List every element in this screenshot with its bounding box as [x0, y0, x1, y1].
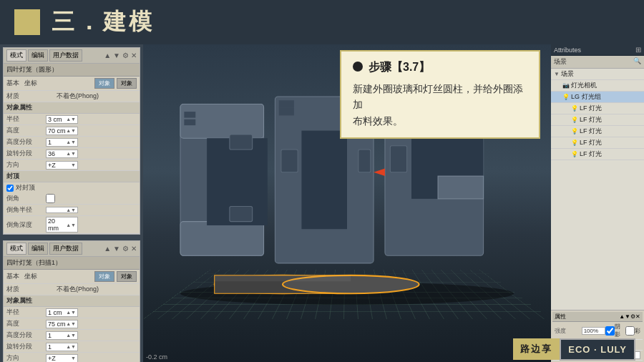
radius-value-2[interactable]: 1 cm ▲▼ — [46, 308, 78, 317]
base-label-2: 基本 — [6, 272, 19, 281]
tree-item-icon-4: 💡 — [571, 117, 578, 123]
header-icon — [14, 9, 40, 35]
tab-edit-2[interactable]: 编辑 — [28, 243, 48, 255]
rp-val-1[interactable]: 100% — [582, 327, 605, 335]
material-value: 不着色(Phong) — [57, 92, 99, 101]
section-caps: 封顶 — [4, 171, 140, 182]
move-up-icon-2[interactable]: ▲ — [104, 245, 111, 253]
search-icon[interactable]: 🔍 — [633, 57, 641, 67]
dir-value-2[interactable]: +Z ▼ — [46, 354, 78, 363]
section-object: 对象属性 — [4, 102, 140, 114]
prop-tabs-2: 模式 编辑 用户数据 — [6, 243, 82, 255]
tree-item-6[interactable]: 💡 LF 灯光 — [551, 137, 644, 149]
tree-item-3[interactable]: 💡 LF 灯光 — [551, 103, 644, 114]
tree-item-5[interactable]: 💡 LF 灯光 — [551, 126, 644, 137]
material-label: 材质 — [6, 92, 57, 101]
rseg-value-2[interactable]: 1 ▲▼ — [46, 343, 78, 351]
coord-display: -0.2 cm — [146, 353, 167, 361]
info-bullet: 步骤【3.7】 — [353, 60, 527, 75]
gear-icon-2[interactable]: ⚙ — [122, 245, 129, 253]
move-up-icon[interactable]: ▲ — [104, 52, 111, 59]
prop-object-name: 四叶灯笼（圆形） — [4, 64, 140, 77]
svg-rect-17 — [438, 176, 484, 199]
header: 三．建模 — [0, 0, 644, 44]
close-icon-2[interactable]: ✕ — [131, 245, 137, 253]
height-label-2: 高度 — [6, 319, 46, 328]
svg-marker-21 — [374, 169, 385, 177]
bevel-r-label: 倒角半径 — [6, 205, 46, 215]
tree-item-7[interactable]: 💡 LF 灯光 — [551, 149, 644, 160]
radius-label: 半径 — [6, 114, 46, 124]
svg-rect-20 — [390, 146, 406, 172]
move-down-icon-2[interactable]: ▼ — [113, 245, 120, 253]
dir-value[interactable]: +Z ▼ — [46, 161, 78, 170]
gear-icon[interactable]: ⚙ — [122, 52, 129, 59]
base-label: 基本 — [6, 79, 19, 88]
hseg-value-2[interactable]: 1 ▲▼ — [46, 331, 78, 340]
tree-item-icon-5: 💡 — [571, 128, 578, 134]
bevel-d-label: 倒角深度 — [6, 220, 46, 230]
bevel-row: 倒角 — [4, 193, 140, 205]
tree-item-4[interactable]: 💡 LF 灯光 — [551, 114, 644, 126]
radius-value[interactable]: 3 cm ▲▼ — [46, 115, 78, 124]
page-title: 三．建模 — [52, 6, 155, 38]
mode-btn-object[interactable]: 对象 — [94, 78, 114, 89]
prop-panel-1-header: 模式 编辑 用户数据 ▲ ▼ ⚙ ✕ — [4, 48, 140, 64]
tree-item-1[interactable]: 📷 灯光相机 — [551, 80, 644, 92]
right-bottom-title: 属性 — [555, 313, 566, 321]
height-row: 高度 70 cm ▲▼ — [4, 125, 140, 137]
tree-item-scene[interactable]: ▼ 场景 — [551, 69, 644, 80]
mode-btn-object-4[interactable]: 对象 — [117, 271, 137, 282]
right-panel-header: Attributes ⊞ — [551, 44, 644, 56]
bevel-r-row: 倒角半径 ▲▼ — [4, 205, 140, 216]
tab-userdata-2[interactable]: 用户数据 — [49, 243, 82, 255]
mode-btn-object-3[interactable]: 对象 — [94, 271, 114, 282]
rp-check-1[interactable] — [605, 326, 615, 336]
right-bottom-header: 属性 ▲▼⚙✕ — [552, 312, 643, 322]
rseg-value[interactable]: 36 ▲▼ — [46, 150, 78, 158]
dir-row: 方向 +Z ▼ — [4, 160, 140, 171]
svg-rect-14 — [358, 150, 371, 172]
material-value-2: 不着色(Phong) — [57, 285, 99, 294]
rp-label-1: 强度 — [555, 327, 582, 335]
bevel-d-value[interactable]: 20 mm ▲▼ — [46, 217, 78, 233]
hseg-value[interactable]: 1 ▲▼ — [46, 138, 78, 147]
info-dot — [353, 62, 363, 72]
tree-item-icon-7: 💡 — [571, 151, 578, 157]
prop-icons-1: ▲ ▼ ⚙ ✕ — [104, 52, 137, 59]
move-down-icon[interactable]: ▼ — [113, 52, 120, 59]
coord-label-2: 坐标 — [24, 272, 37, 281]
cap-checkbox[interactable] — [6, 185, 14, 192]
bevel-checkbox[interactable] — [46, 194, 55, 203]
scene-tree-header: 场景 🔍 — [551, 56, 644, 69]
scene-tree: 场景 🔍 ▼ 场景 📷 灯光相机 💡 LG 灯光组 💡 — [551, 56, 644, 310]
rp-check-2[interactable] — [625, 326, 635, 336]
rseg-label: 旋转分段 — [6, 149, 46, 158]
cap-label: 对封顶 — [16, 183, 35, 192]
info-step: 步骤【3.7】 — [369, 60, 430, 75]
tab-userdata[interactable]: 用户数据 — [49, 49, 82, 62]
svg-rect-10 — [301, 131, 347, 230]
height-value[interactable]: 70 cm ▲▼ — [46, 127, 78, 135]
tab-mode[interactable]: 模式 — [6, 49, 26, 62]
left-panel: 模式 编辑 用户数据 ▲ ▼ ⚙ ✕ 四叶灯笼（圆形） 基本 坐标 对象 对象 — [0, 44, 143, 362]
right-panel: Attributes ⊞ 场景 🔍 ▼ 场景 📷 灯光相机 💡 — [551, 44, 644, 362]
right-panel-expand-icon[interactable]: ⊞ — [635, 46, 641, 54]
rp-check-label-2: 彩 — [635, 327, 640, 335]
material-row: 材质 不着色(Phong) — [4, 91, 140, 102]
section-object-2: 对象属性 — [4, 295, 140, 307]
tab-mode-2[interactable]: 模式 — [6, 243, 26, 255]
height-value-2[interactable]: 75 cm ▲▼ — [46, 320, 78, 328]
right-panel-title: Attributes — [554, 47, 581, 54]
prop-panel-1: 模式 编辑 用户数据 ▲ ▼ ⚙ ✕ 四叶灯笼（圆形） 基本 坐标 对象 对象 — [3, 47, 140, 235]
tree-item-icon-2: 💡 — [562, 94, 570, 100]
tree-item-2[interactable]: 💡 LG 灯光组 — [551, 92, 644, 103]
tab-edit[interactable]: 编辑 — [28, 49, 48, 62]
bevel-r-value[interactable]: ▲▼ — [46, 207, 78, 213]
mode-btn-object2[interactable]: 对象 — [117, 78, 137, 89]
tree-item-icon-3: 💡 — [571, 105, 578, 112]
close-icon[interactable]: ✕ — [131, 52, 137, 59]
hseg-row: 高度分段 1 ▲▼ — [4, 137, 140, 148]
scene-tree-icons: 🔍 — [633, 57, 641, 67]
prop-tabs-1: 模式 编辑 用户数据 — [6, 49, 82, 62]
